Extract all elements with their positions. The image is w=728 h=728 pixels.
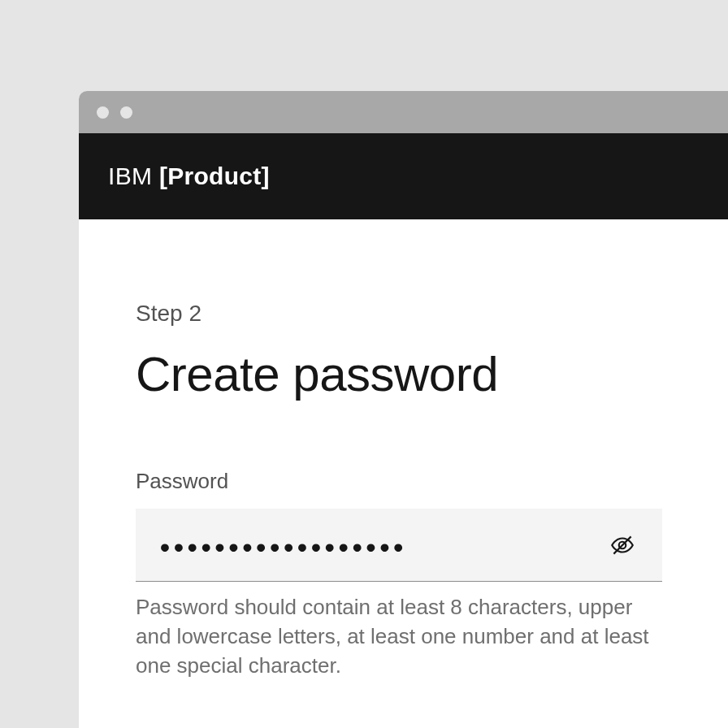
password-input[interactable]: ••••••••••••••••••	[160, 530, 407, 561]
window-titlebar	[79, 91, 728, 133]
password-label: Password	[136, 469, 671, 494]
traffic-light-minimize[interactable]	[120, 106, 132, 119]
brand-product: [Product]	[159, 162, 270, 189]
password-input-wrapper[interactable]: ••••••••••••••••••	[136, 509, 662, 582]
brand-prefix: IBM	[108, 162, 159, 189]
main-content: Step 2 Create password Password ••••••••…	[79, 219, 728, 681]
password-helper-text: Password should contain at least 8 chara…	[136, 593, 664, 681]
toggle-password-visibility-button[interactable]	[602, 525, 643, 566]
traffic-light-close[interactable]	[97, 106, 109, 119]
step-label: Step 2	[136, 301, 671, 327]
eye-off-icon	[609, 531, 636, 559]
app-window: IBM [Product] Step 2 Create password Pas…	[79, 91, 728, 728]
brand-label: IBM [Product]	[108, 162, 270, 190]
page-title: Create password	[136, 346, 671, 402]
app-header: IBM [Product]	[79, 133, 728, 219]
